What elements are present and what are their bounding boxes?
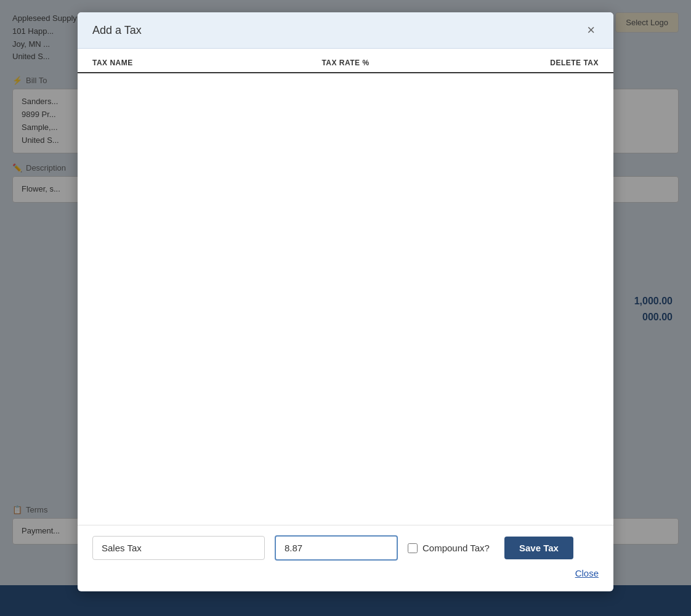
compound-tax-checkbox[interactable] <box>408 543 418 553</box>
tax-rate-input[interactable] <box>275 535 398 561</box>
tax-name-input[interactable] <box>92 536 265 560</box>
modal-title: Add a Tax <box>92 24 142 37</box>
modal-backdrop: Add a Tax × TAX NAME TAX RATE % DELETE T… <box>0 0 691 616</box>
add-tax-modal: Add a Tax × TAX NAME TAX RATE % DELETE T… <box>78 12 613 591</box>
compound-tax-text: Compound Tax? <box>422 543 490 553</box>
modal-header: Add a Tax × <box>78 12 613 49</box>
tax-rate-col-header: TAX RATE % <box>261 59 430 67</box>
close-link-row: Close <box>92 568 599 579</box>
tax-name-col-header: TAX NAME <box>92 59 261 67</box>
tax-table-header: TAX NAME TAX RATE % DELETE TAX <box>78 49 613 73</box>
footer-inputs-row: Compound Tax? Save Tax <box>92 535 599 561</box>
close-link-button[interactable]: Close <box>575 568 599 578</box>
delete-tax-col-header: DELETE TAX <box>430 59 599 67</box>
compound-tax-label: Compound Tax? <box>408 543 490 553</box>
save-tax-button[interactable]: Save Tax <box>504 537 573 559</box>
modal-footer: Compound Tax? Save Tax Close <box>78 525 613 591</box>
modal-close-x-button[interactable]: × <box>583 22 599 38</box>
tax-table-body <box>78 73 613 525</box>
